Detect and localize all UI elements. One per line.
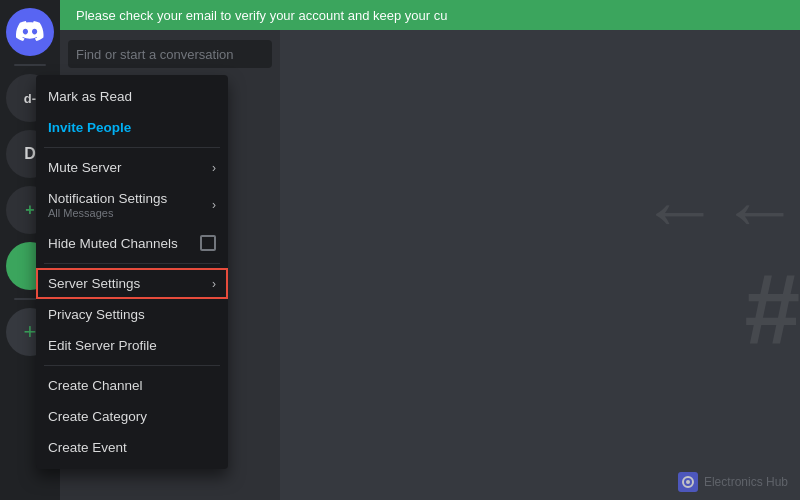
hide-muted-checkbox[interactable] (200, 235, 216, 251)
menu-item-invite-people[interactable]: Invite People (36, 112, 228, 143)
menu-divider-2 (44, 263, 220, 264)
chevron-right-icon: › (212, 161, 216, 175)
notification-bar: Please check your email to verify your a… (60, 0, 800, 30)
menu-item-edit-profile[interactable]: Edit Server Profile (36, 330, 228, 361)
menu-item-server-settings[interactable]: Server Settings › (36, 268, 228, 299)
chevron-right-icon-3: › (212, 277, 216, 291)
menu-divider-1 (44, 147, 220, 148)
menu-item-hide-muted[interactable]: Hide Muted Channels (36, 227, 228, 259)
discord-logo-button[interactable] (6, 8, 54, 56)
search-bar[interactable]: Find or start a conversation (68, 40, 272, 68)
menu-item-create-event[interactable]: Create Event (36, 432, 228, 463)
menu-item-privacy-settings[interactable]: Privacy Settings (36, 299, 228, 330)
search-bar-placeholder: Find or start a conversation (76, 47, 234, 62)
svg-point-1 (686, 480, 690, 484)
menu-item-create-channel[interactable]: Create Channel (36, 370, 228, 401)
watermark-label: Electronics Hub (704, 475, 788, 489)
server-divider (14, 64, 46, 66)
menu-item-notification-settings[interactable]: Notification Settings All Messages › (36, 183, 228, 227)
electronics-hub-logo (678, 472, 698, 492)
menu-item-mute-server[interactable]: Mute Server › (36, 152, 228, 183)
background-icons: ←← # (640, 171, 800, 359)
menu-item-create-category[interactable]: Create Category (36, 401, 228, 432)
context-menu: Mark as Read Invite People Mute Server ›… (36, 75, 228, 469)
notification-bar-text: Please check your email to verify your a… (76, 8, 447, 23)
chevron-right-icon-2: › (212, 198, 216, 212)
menu-divider-3 (44, 365, 220, 366)
hash-bg-icon: # (744, 259, 800, 359)
arrow-bg-icon: ←← (640, 171, 800, 251)
menu-item-mark-read[interactable]: Mark as Read (36, 81, 228, 112)
main-content: ←← # (280, 30, 800, 500)
watermark: Electronics Hub (678, 472, 788, 492)
